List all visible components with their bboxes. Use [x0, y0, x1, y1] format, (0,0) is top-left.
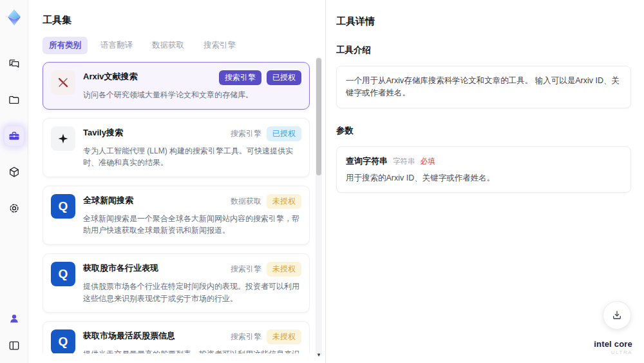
- param-description: 用于搜索的Arxiv ID、关键字或作者姓名。: [346, 173, 621, 184]
- tool-description: 专为人工智能代理 (LLM) 构建的搜索引擎工具。可快速提供实时、准确和真实的结…: [83, 145, 301, 169]
- tab-translate[interactable]: 语言翻译: [94, 37, 139, 54]
- param-name: 查询字符串: [346, 155, 388, 167]
- tool-description: 提供股票市场各个行业在特定时间段内的表现。投资者可以利用这些信息来识别表现优于或…: [83, 280, 301, 304]
- auth-status-badge: 未授权: [267, 194, 301, 209]
- param-box: 查询字符串 字符串 必填 用于搜索的Arxiv ID、关键字或作者姓名。: [336, 146, 631, 193]
- folder-icon[interactable]: [5, 90, 24, 110]
- auth-status-badge: 未授权: [267, 262, 301, 277]
- auth-status-badge: 已授权: [267, 70, 301, 85]
- param-required-badge: 必填: [421, 157, 435, 166]
- intro-heading: 工具介绍: [336, 44, 631, 56]
- tool-card[interactable]: Q 获取市场最活跃股票信息 搜索引擎 未授权 提供当天交易量最高的股票列表。投资…: [43, 321, 310, 353]
- collapse-panel-icon[interactable]: [5, 336, 24, 355]
- tool-name: 全球新闻搜索: [83, 194, 133, 206]
- scroll-down-icon[interactable]: ▾: [316, 351, 322, 358]
- auth-status-badge: 已授权: [267, 126, 301, 141]
- category-badge: 搜索引擎: [219, 70, 261, 85]
- toolbox-icon[interactable]: [5, 126, 24, 146]
- tool-card[interactable]: Q 全球新闻搜索 数据获取 未授权 全球新闻搜索是一个聚合全球各大新闻网站内容的…: [43, 186, 310, 245]
- arxiv-logo-icon: [51, 70, 75, 95]
- intro-text: 一个用于从Arxiv存储库搜索科学论文和文章的工具。 输入可以是Arxiv ID…: [346, 75, 621, 99]
- tool-description: 全球新闻搜索是一个聚合全球各大新闻网站内容的搜索引擎，帮助用户快速获取全球最新资…: [83, 213, 301, 237]
- page-title: 工具集: [43, 14, 310, 26]
- auth-status-badge: 未授权: [267, 329, 301, 344]
- tool-detail-panel: 工具详情 工具介绍 一个用于从Arxiv存储库搜索科学论文和文章的工具。 输入可…: [325, 0, 644, 363]
- tab-all[interactable]: 所有类别: [43, 37, 88, 54]
- chat-icon[interactable]: [5, 54, 24, 74]
- tool-name: 获取市场最活跃股票信息: [83, 329, 175, 342]
- category-badge: 数据获取: [231, 194, 261, 209]
- tavily-star-icon: [51, 126, 75, 151]
- blue-app-icon: Q: [51, 329, 75, 353]
- tab-search-engine[interactable]: 搜索引擎: [197, 37, 242, 54]
- tool-card[interactable]: Arxiv文献搜索 搜索引擎 已授权 访问各个研究领域大量科学论文和文章的存储库…: [43, 62, 310, 110]
- tool-name: 获取股市各行业表现: [83, 262, 158, 274]
- category-badge: 搜索引擎: [231, 262, 261, 277]
- tab-data-fetch[interactable]: 数据获取: [146, 37, 191, 54]
- category-badge: 搜索引擎: [231, 329, 261, 344]
- blue-app-icon: Q: [51, 194, 75, 219]
- param-type: 字符串: [393, 157, 415, 166]
- intel-core-text: intel core: [594, 340, 632, 349]
- tool-card[interactable]: Q 获取股市各行业表现 搜索引擎 未授权 提供股票市场各个行业在特定时间段内的表…: [43, 253, 310, 313]
- tool-list: Arxiv文献搜索 搜索引擎 已授权 访问各个研究领域大量科学论文和文章的存储库…: [43, 62, 310, 353]
- category-tabs: 所有类别语言翻译数据获取搜索引擎: [43, 37, 310, 54]
- blue-app-icon: Q: [51, 262, 75, 286]
- user-avatar-icon[interactable]: [5, 309, 24, 328]
- intro-box: 一个用于从Arxiv存储库搜索科学论文和文章的工具。 输入可以是Arxiv ID…: [336, 66, 631, 108]
- intel-ultra-text: ultra: [594, 349, 632, 355]
- tools-panel: 工具集 所有类别语言翻译数据获取搜索引擎 Arxiv文献搜索 搜索引擎 已授权 …: [28, 0, 325, 363]
- download-icon: [611, 309, 623, 321]
- tool-name: Arxiv文献搜索: [83, 70, 138, 83]
- tool-description: 访问各个研究领域大量科学论文和文章的存储库。: [83, 89, 301, 101]
- left-rail: [0, 0, 28, 363]
- app-window: 工具集 所有类别语言翻译数据获取搜索引擎 Arxiv文献搜索 搜索引擎 已授权 …: [0, 0, 644, 363]
- tool-card[interactable]: Tavily搜索 搜索引擎 已授权 专为人工智能代理 (LLM) 构建的搜索引擎…: [43, 118, 310, 177]
- params-heading: 参数: [336, 125, 631, 137]
- scrollbar[interactable]: ▾: [316, 57, 322, 357]
- tool-name: Tavily搜索: [83, 126, 123, 139]
- download-button[interactable]: [603, 301, 631, 329]
- app-logo-icon: [5, 8, 24, 27]
- cube-icon[interactable]: [5, 162, 24, 182]
- tool-description: 提供当天交易量最高的股票列表。投资者可以利用这些信息来识别流动性强的股票和潜在的…: [83, 348, 301, 353]
- settings-gear-icon[interactable]: [5, 199, 24, 218]
- scrollbar-thumb[interactable]: [316, 58, 321, 175]
- detail-title: 工具详情: [336, 15, 631, 28]
- intel-core-logo: intel core ultra: [594, 340, 632, 355]
- category-badge: 搜索引擎: [231, 126, 261, 141]
